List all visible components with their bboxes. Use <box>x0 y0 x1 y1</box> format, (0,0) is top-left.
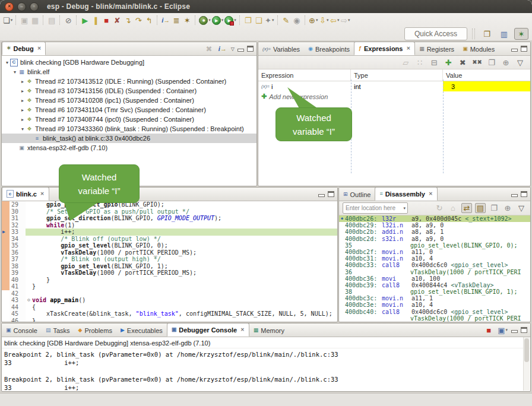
tree-row[interactable]: ▸❖Thread #2 1073413512 (IDLE : Running) … <box>2 77 256 86</box>
open-element-button[interactable]: ✦▾ <box>264 14 275 26</box>
column-value[interactable]: Value <box>443 69 530 81</box>
tab-registers[interactable]: ▦Registers <box>415 43 458 55</box>
window-maximize-button[interactable]: ▫ <box>30 2 39 11</box>
remove-expression-button[interactable]: ✖ <box>457 56 468 68</box>
minimize-editor-button[interactable] <box>318 192 325 197</box>
tree-expander-icon[interactable]: ▸ <box>20 107 26 113</box>
disassembly-listing[interactable]: ◆400dbc26:l32ra9, 0x400d045c <_stext+109… <box>339 215 530 322</box>
tab-outline[interactable]: ⊞Outline <box>339 188 375 201</box>
tree-expander-icon[interactable]: ▸ <box>20 79 26 84</box>
marker-bar[interactable] <box>2 208 10 215</box>
marker-bar[interactable] <box>2 263 10 270</box>
code-editor[interactable]: 29 gpio_pad_select_gpio(BLINK_GPIO);30 /… <box>2 201 337 322</box>
show-type-names-button[interactable]: ▱ <box>400 56 411 68</box>
marker-bar[interactable] <box>2 222 10 229</box>
view-menu-button[interactable]: ▽ <box>516 202 527 214</box>
tree-expander-icon[interactable]: ▾ <box>4 60 10 65</box>
location-combo[interactable]: Enter location here ▾ <box>343 202 408 214</box>
mark-occurrences-button[interactable]: ✎ <box>281 14 292 26</box>
disassembly-row[interactable]: 400dbc29:l32i.na8, a9, 0 <box>339 222 530 229</box>
build-button[interactable]: ▤ <box>46 14 57 26</box>
maximize-view-button[interactable] <box>521 46 527 52</box>
tree-row[interactable]: ▸❖Thread #3 1073413156 (IDLE) (Suspended… <box>2 86 256 96</box>
tree-row[interactable]: ▾▦blink.elf <box>2 67 256 77</box>
tab-modules[interactable]: ▣Modules <box>458 43 499 55</box>
minimize-view-button[interactable] <box>238 46 244 52</box>
disassembly-row[interactable]: 400dbc2f:movi.na11, 0 <box>339 249 530 255</box>
tree-expander-icon[interactable]: ▸ <box>20 88 26 94</box>
tab-debugger-console[interactable]: ▣Debugger Console✕ <box>167 323 249 337</box>
annotations-button[interactable]: ◉ <box>292 14 302 26</box>
disconnect-button[interactable]: ✘ <box>112 14 122 26</box>
minimize-view-button[interactable] <box>511 46 518 52</box>
pin-editor-button[interactable]: ⊕▾ <box>308 14 319 26</box>
window-close-button[interactable]: ✕ <box>5 2 14 11</box>
remove-terminated-button[interactable]: ✖ <box>204 43 214 55</box>
tree-row[interactable]: ▸❖Thread #7 1073408744 (ipc0) (Suspended… <box>2 115 256 124</box>
minimize-view-button[interactable] <box>511 192 518 197</box>
disassembly-row[interactable]: 400dbc3e:movi.na10, 4 <box>339 302 530 308</box>
show-logical-structure-button[interactable]: ≣ <box>171 14 182 26</box>
tab-debug[interactable]: ✶Debug✕ <box>2 42 46 55</box>
marker-bar[interactable] <box>2 256 10 263</box>
open-project-button[interactable]: ❑ <box>254 14 264 26</box>
marker-bar[interactable] <box>2 318 10 323</box>
tab-disassembly[interactable]: ≡Disassembly✕ <box>375 187 437 201</box>
tab-tasks[interactable]: ▤Tasks <box>42 324 74 337</box>
tab-memory[interactable]: ▦Memory <box>249 324 289 337</box>
debug-perspective-button[interactable]: ✶ <box>514 28 528 40</box>
disassembly-row[interactable]: 400dbc33:call80x400dc6c0 <gpio_set_level… <box>339 262 530 268</box>
chevron-down-icon[interactable]: ▾ <box>401 206 407 211</box>
last-edit-location-button[interactable]: ⇩▾ <box>319 14 330 26</box>
maximize-view-button[interactable] <box>521 327 527 333</box>
maximize-view-button[interactable] <box>521 191 527 197</box>
maximize-view-button[interactable] <box>247 46 254 52</box>
remove-all-expressions-button[interactable]: ✖✖ <box>471 56 483 68</box>
new-view-button[interactable]: ❐ <box>489 202 499 214</box>
column-expression[interactable]: Expression <box>258 69 351 81</box>
new-view-button[interactable]: ❐ <box>486 56 497 68</box>
marker-bar[interactable]: ▶ <box>2 229 10 236</box>
tree-expander-icon[interactable]: ▸ <box>20 98 26 103</box>
disassembly-row[interactable]: 400dbc2b:addi.na8, a8, 1 <box>339 229 530 235</box>
tree-expander-icon[interactable]: ▸ <box>20 117 26 122</box>
disassembly-row[interactable]: vTaskDelay(1000 / portTICK_PERI <box>339 315 530 322</box>
minimize-view-button[interactable] <box>511 328 518 333</box>
marker-bar[interactable] <box>2 215 10 222</box>
disassembly-row[interactable]: 400dbc3c:movi.na11, 1 <box>339 295 530 302</box>
fold-marker-icon[interactable]: ⊖ <box>26 297 32 304</box>
step-filters-button[interactable]: ✶ <box>182 14 192 26</box>
pin-view-button[interactable]: ⊕ <box>501 56 511 68</box>
suspend-button[interactable]: ∥ <box>90 14 101 26</box>
back-button[interactable]: ⇦▾ <box>330 14 340 26</box>
tab-console[interactable]: ▣Console <box>2 324 42 337</box>
marker-bar[interactable] <box>2 297 10 304</box>
maximize-editor-button[interactable] <box>328 191 334 197</box>
forward-button[interactable]: ⇨▾ <box>340 14 351 26</box>
marker-bar[interactable] <box>2 283 10 290</box>
close-tab-icon[interactable]: ✕ <box>40 191 45 196</box>
tree-row[interactable]: ▾Cblink checking [GDB Hardware Debugging… <box>2 58 256 67</box>
window-minimize-button[interactable]: – <box>17 2 26 11</box>
marker-bar[interactable] <box>2 277 10 284</box>
marker-bar[interactable] <box>2 242 10 249</box>
quick-access-button[interactable]: Quick Access <box>404 27 467 40</box>
add-expression-button[interactable]: ✚ <box>443 56 454 68</box>
save-button[interactable]: ▣ <box>19 14 30 26</box>
tab-expressions[interactable]: ƒExpressions✕ <box>354 42 415 55</box>
disassembly-row[interactable]: ◆400dbc26:l32ra9, 0x400d045c <_stext+109… <box>339 215 530 222</box>
tree-row[interactable]: ▸❖Thread #6 1073431104 (Tmr Svc) (Suspen… <box>2 105 256 115</box>
show-logical-structures-button[interactable]: ∷ <box>414 56 425 68</box>
tree-row[interactable]: ▸❖Thread #5 1073410208 (ipc1) (Suspended… <box>2 96 256 105</box>
disassembly-row[interactable]: 36vTaskDelay(1000 / portTICK_PERI <box>339 269 530 275</box>
save-all-button[interactable]: ▦ <box>30 14 40 26</box>
tab-blink-c[interactable]: cblink.c✕ <box>2 187 49 201</box>
instruction-stepping-toggle[interactable]: i→ <box>217 43 228 55</box>
disassembly-row[interactable]: 38gpio_set_level(BLINK_GPIO, 1); <box>339 288 530 295</box>
close-tab-icon[interactable]: ✕ <box>37 46 42 51</box>
tab-variables[interactable]: (x)=Variables <box>258 43 304 55</box>
tree-row[interactable]: ▣xtensa-esp32-elf-gdb (7.10) <box>2 143 256 153</box>
disassembly-row[interactable]: 400dbc31:movi.na10, 4 <box>339 255 530 262</box>
close-tab-icon[interactable]: ✕ <box>406 46 410 51</box>
marker-bar[interactable] <box>2 310 10 318</box>
